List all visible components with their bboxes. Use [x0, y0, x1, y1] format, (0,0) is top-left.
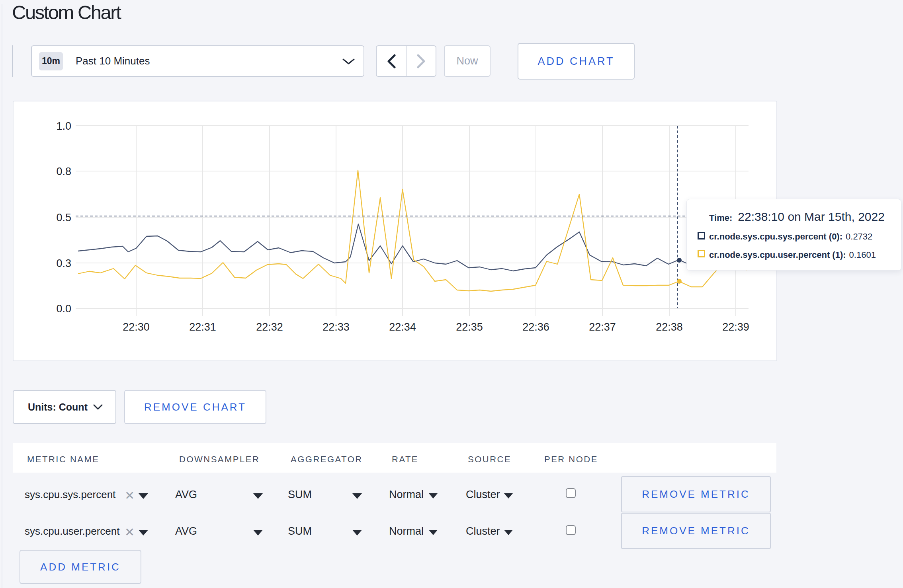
svg-text:22:31: 22:31 [189, 321, 216, 333]
svg-text:1.0: 1.0 [56, 120, 71, 132]
svg-text:0.3: 0.3 [56, 257, 71, 269]
svg-text:22:30: 22:30 [123, 321, 150, 333]
svg-text:22:37: 22:37 [589, 321, 616, 333]
svg-text:22:34: 22:34 [389, 321, 416, 333]
svg-text:22:38: 22:38 [656, 321, 683, 333]
svg-text:0.5: 0.5 [56, 212, 71, 224]
svg-text:22:33: 22:33 [322, 321, 350, 333]
svg-text:22:36: 22:36 [522, 321, 549, 333]
svg-text:0.0: 0.0 [56, 303, 71, 315]
svg-text:0.8: 0.8 [56, 165, 71, 177]
svg-text:22:35: 22:35 [456, 321, 483, 333]
svg-text:22:39: 22:39 [722, 321, 749, 333]
svg-text:22:32: 22:32 [256, 321, 283, 333]
